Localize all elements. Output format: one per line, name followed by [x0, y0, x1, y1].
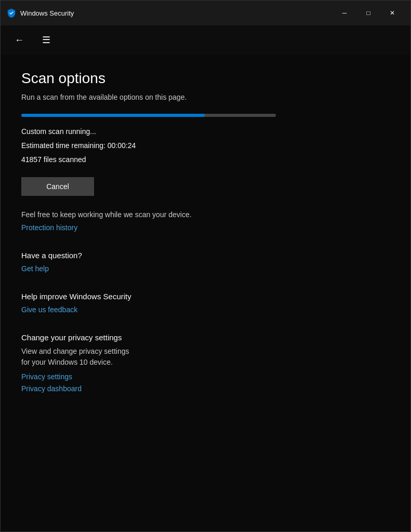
title-bar-controls: ─ □ ✕ [333, 5, 404, 21]
scan-status-line3: 41857 files scanned [21, 153, 390, 166]
page-title: Scan options [21, 70, 390, 87]
window: Windows Security ─ □ ✕ ← ☰ Scan options … [0, 0, 411, 532]
scan-status-line2: Estimated time remaining: 00:00:24 [21, 139, 390, 152]
progress-bar-fill [21, 114, 205, 117]
privacy-section-description: View and change privacy settingsfor your… [21, 346, 390, 368]
back-button[interactable]: ← [11, 32, 28, 48]
page-subtitle: Run a scan from the available options on… [21, 93, 390, 101]
give-feedback-link[interactable]: Give us feedback [21, 305, 77, 314]
protection-history-link[interactable]: Protection history [21, 223, 77, 232]
maximize-button[interactable]: □ [356, 5, 380, 21]
close-button[interactable]: ✕ [380, 5, 404, 21]
progress-container [21, 114, 390, 117]
scan-status-line1: Custom scan running... [21, 125, 390, 138]
privacy-settings-link[interactable]: Privacy settings [21, 373, 72, 381]
privacy-section: Change your privacy settings View and ch… [21, 333, 390, 393]
privacy-section-title: Change your privacy settings [21, 333, 390, 342]
improve-section-title: Help improve Windows Security [21, 292, 390, 301]
windows-security-icon [7, 8, 16, 18]
help-section-title: Have a question? [21, 251, 390, 260]
improve-section: Help improve Windows Security Give us fe… [21, 292, 390, 314]
nav-bar: ← ☰ [1, 25, 410, 55]
main-content: Scan options Run a scan from the availab… [1, 55, 410, 531]
scan-status: Custom scan running... Estimated time re… [21, 125, 390, 167]
progress-bar-track [21, 114, 276, 117]
menu-button[interactable]: ☰ [38, 32, 55, 48]
title-bar-left: Windows Security [7, 8, 74, 18]
help-section: Have a question? Get help [21, 251, 390, 273]
get-help-link[interactable]: Get help [21, 264, 49, 273]
title-bar: Windows Security ─ □ ✕ [1, 1, 410, 25]
cancel-button[interactable]: Cancel [21, 177, 94, 196]
minimize-button[interactable]: ─ [333, 5, 356, 21]
working-message: Feel free to keep working while we scan … [21, 210, 390, 219]
title-text: Windows Security [20, 9, 74, 17]
privacy-dashboard-link[interactable]: Privacy dashboard [21, 384, 82, 393]
